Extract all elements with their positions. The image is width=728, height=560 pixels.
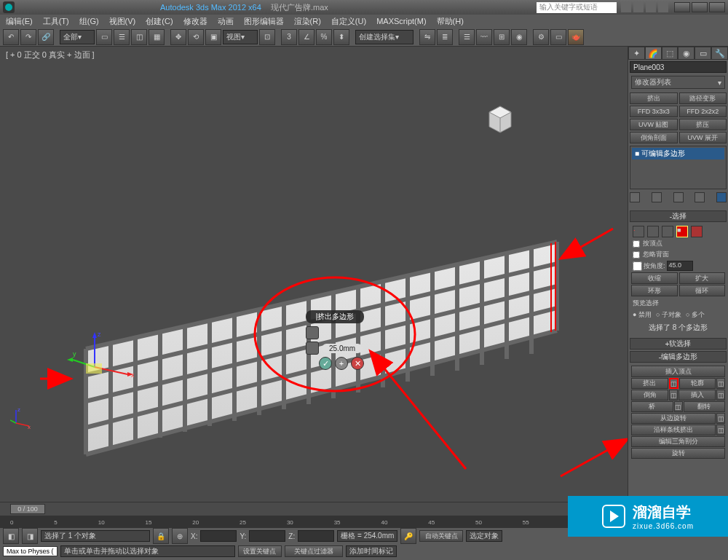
- key-icon[interactable]: 🔑: [400, 528, 416, 544]
- caddy-height-field[interactable]: 25.0mm: [322, 344, 363, 353]
- percent-snap-button[interactable]: %: [316, 29, 332, 45]
- tab-display[interactable]: ▭: [695, 47, 711, 60]
- subobj-element-icon[interactable]: [691, 226, 703, 237]
- curve-editor-button[interactable]: 〰: [476, 29, 492, 45]
- z-input[interactable]: [298, 530, 334, 542]
- selkey-dropdown[interactable]: 选定对象: [466, 530, 502, 542]
- object-name-field[interactable]: Plane003: [630, 61, 727, 73]
- infocenter-icon[interactable]: [621, 2, 631, 12]
- menu-help[interactable]: 帮助(H): [432, 16, 468, 27]
- caddy-ok-button[interactable]: ✓: [319, 357, 332, 370]
- mod-chamfer-button[interactable]: 倒角剖面: [630, 132, 678, 143]
- select-region-button[interactable]: ◫: [131, 29, 147, 45]
- shrink-button[interactable]: 收缩: [631, 272, 678, 284]
- schematic-button[interactable]: ⊞: [494, 29, 510, 45]
- mod-ffd2-button[interactable]: FFD 2x2x2: [679, 106, 727, 117]
- app-logo[interactable]: [3, 1, 15, 13]
- mod-uvwunwrap-button[interactable]: UVW 展开: [679, 132, 727, 143]
- ring-button[interactable]: 环形: [631, 285, 678, 296]
- radio-multi[interactable]: ○ 多个: [686, 310, 705, 320]
- poly-outline-button[interactable]: 轮廓: [679, 378, 716, 389]
- mod-uvwmap-button[interactable]: UVW 贴图: [630, 119, 678, 130]
- select-name-button[interactable]: ☰: [114, 29, 130, 45]
- poly-extrude-settings-button[interactable]: ◫: [669, 378, 678, 389]
- y-input[interactable]: [249, 530, 285, 542]
- poly-bevel-button[interactable]: 倒角: [631, 390, 668, 401]
- poly-extrude-spline-button[interactable]: 沿样条线挤出: [631, 425, 716, 435]
- caddy-height-icon[interactable]: [306, 342, 319, 355]
- stack-config-icon[interactable]: [716, 192, 727, 202]
- radio-disable[interactable]: ● 禁用: [633, 310, 652, 320]
- caddy-type-icon[interactable]: [306, 326, 319, 339]
- viewport[interactable]: [ + 0 正交 0 真实 + 边面 ]: [0, 47, 628, 502]
- select-button[interactable]: ▭: [96, 29, 112, 45]
- layers-button[interactable]: ☰: [459, 29, 475, 45]
- stack-remove-icon[interactable]: [695, 192, 705, 202]
- autokey-button[interactable]: 自动关键点: [419, 530, 463, 542]
- loop-button[interactable]: 循环: [679, 285, 726, 296]
- coord-mode-icon[interactable]: ⊕: [172, 528, 188, 544]
- poly-extrude-spline-settings-button[interactable]: ◫: [716, 425, 725, 435]
- keyfilter-button[interactable]: 关键点过滤器: [285, 545, 343, 557]
- poly-inset-button[interactable]: 插入: [678, 390, 716, 401]
- status-icon-1[interactable]: ◧: [3, 528, 19, 544]
- poly-edit-tri-button[interactable]: 编辑三角剖分: [631, 436, 725, 447]
- caddy-apply-button[interactable]: +: [335, 357, 348, 370]
- rollout-editpoly[interactable]: - 编辑多边形: [630, 351, 727, 363]
- maximize-button[interactable]: [692, 2, 708, 12]
- poly-flip-button[interactable]: 翻转: [684, 401, 726, 412]
- tab-create[interactable]: ✦: [628, 47, 645, 60]
- poly-bevel-settings-button[interactable]: ◫: [669, 390, 678, 401]
- maxscript-listener[interactable]: Max to Physes (: [3, 546, 58, 556]
- menu-maxscript[interactable]: MAXScript(M): [372, 17, 430, 25]
- render-button[interactable]: 🫖: [568, 29, 584, 45]
- move-button[interactable]: ✥: [170, 29, 186, 45]
- favorites-icon[interactable]: [646, 2, 656, 12]
- setkey-button[interactable]: 设置关键点: [238, 545, 282, 557]
- insert-vertex-button[interactable]: 插入顶点: [631, 366, 725, 377]
- x-input[interactable]: [200, 530, 237, 542]
- modifier-list-dropdown[interactable]: 修改器列表▾: [631, 76, 725, 89]
- help-icon[interactable]: [658, 2, 668, 12]
- tab-utilities[interactable]: 🔧: [711, 47, 728, 60]
- rollout-selection[interactable]: - 选择: [630, 210, 727, 222]
- menu-tools[interactable]: 工具(T): [39, 16, 74, 27]
- menu-views[interactable]: 视图(V): [105, 16, 141, 27]
- status-icon-2[interactable]: ◨: [22, 528, 38, 544]
- menu-customize[interactable]: 自定义(U): [327, 16, 371, 27]
- menu-graph[interactable]: 图形编辑器: [240, 16, 288, 27]
- link-button[interactable]: 🔗: [38, 29, 54, 45]
- angle-snap-button[interactable]: ∠: [298, 29, 314, 45]
- render-frame-button[interactable]: ▭: [550, 29, 566, 45]
- menu-edit[interactable]: 编辑(E): [1, 16, 37, 27]
- ignore-backfacing-checkbox[interactable]: [633, 251, 640, 259]
- viewport-label[interactable]: [ + 0 正交 0 真实 + 边面 ]: [6, 50, 95, 60]
- menu-create[interactable]: 创建(C): [141, 16, 177, 27]
- named-selset-dropdown[interactable]: 创建选择集 ▾: [355, 30, 414, 44]
- rollout-softsel[interactable]: + 软选择: [630, 338, 727, 350]
- menu-modifiers[interactable]: 修改器: [179, 16, 212, 27]
- selection-filter-dropdown[interactable]: 全部 ▾: [60, 30, 95, 44]
- close-button[interactable]: [709, 2, 725, 12]
- viewcube[interactable]: [482, 99, 518, 135]
- refcoord-dropdown[interactable]: 视图 ▾: [223, 30, 258, 44]
- undo-button[interactable]: ↶: [3, 29, 19, 45]
- stack-unique-icon[interactable]: [673, 192, 684, 202]
- tab-modify[interactable]: 🌈: [645, 47, 662, 60]
- minimize-button[interactable]: [674, 2, 690, 12]
- grow-button[interactable]: 扩大: [679, 272, 726, 284]
- mod-extrude-button[interactable]: 挤出: [630, 92, 678, 104]
- mod-pathdeform-button[interactable]: 路径变形: [679, 92, 727, 104]
- material-editor-button[interactable]: ◉: [511, 29, 527, 45]
- radio-subobj[interactable]: ○ 子对象: [656, 310, 681, 320]
- poly-outline-settings-button[interactable]: ◫: [716, 378, 725, 389]
- redo-button[interactable]: ↷: [20, 29, 36, 45]
- time-slider-handle[interactable]: 0 / 100: [10, 504, 45, 514]
- by-vertex-checkbox[interactable]: [633, 240, 640, 248]
- render-setup-button[interactable]: ⚙: [533, 29, 549, 45]
- mirror-button[interactable]: ⇋: [419, 29, 435, 45]
- poly-extrude-button[interactable]: 挤出: [631, 378, 668, 389]
- lock-icon[interactable]: 🔒: [153, 528, 169, 544]
- subobj-border-icon[interactable]: [662, 226, 673, 237]
- poly-inset-settings-button[interactable]: ◫: [716, 390, 725, 401]
